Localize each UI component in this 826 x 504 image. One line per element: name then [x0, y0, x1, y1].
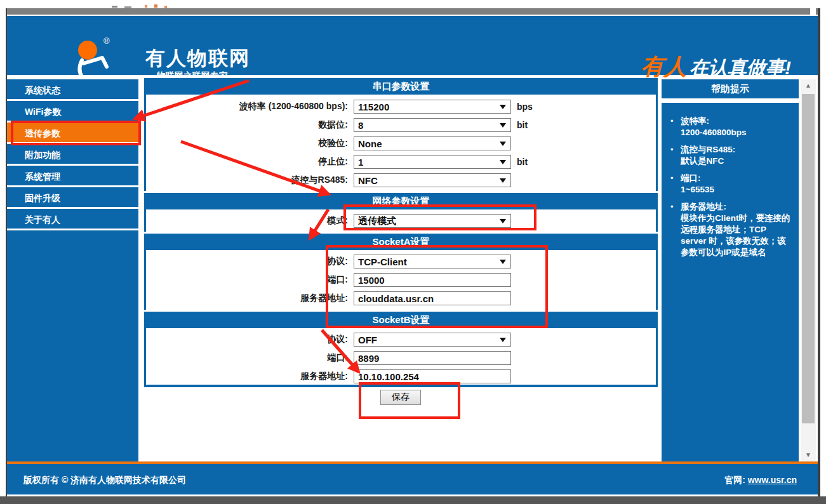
form-row-databits: 数据位: 8 bit	[146, 118, 656, 132]
sidebar-item-firmware-upgrade[interactable]: 固件升级	[7, 187, 138, 209]
slogan-rest: 在认真做事!	[689, 57, 791, 78]
browser-artifact	[112, 6, 117, 8]
help-heading: 波特率:	[681, 116, 792, 127]
parity-label: 校验位:	[146, 138, 348, 149]
socketa-server-label: 服务器地址:	[146, 293, 348, 304]
sidebar-item-system-management[interactable]: 系统管理	[7, 166, 138, 187]
section-network: 模式: 透传模式	[144, 209, 658, 232]
help-panel: • 波特率: 1200-460800bps • 流控与RS485: 默认是NFC…	[662, 103, 799, 461]
sidebar-nav: 系统状态 WiFi参数 透传参数 附加功能 系统管理 固件升级 关于有人	[7, 77, 138, 461]
dropdown-arrow-icon	[500, 160, 506, 164]
site-link[interactable]: www.usr.cn	[748, 475, 797, 485]
socketa-protocol-label: 协议:	[146, 256, 348, 267]
browser-artifact	[154, 4, 157, 8]
databits-select[interactable]: 8	[354, 118, 511, 132]
slogan-highlight: 有人	[641, 53, 687, 79]
form-row-socketb-port: 端口:	[146, 351, 656, 365]
help-body-text: 默认是NFC	[681, 156, 792, 167]
baud-select[interactable]: 115200	[354, 100, 511, 114]
scrollbar-thumb[interactable]	[802, 94, 815, 423]
baud-unit: bps	[517, 102, 533, 112]
section-socket-a: 协议: TCP-Client 端口: 服务器地址:	[144, 250, 658, 310]
sidebar-item-about[interactable]: 关于有人	[7, 209, 138, 230]
help-item-flow: • 流控与RS485: 默认是NFC	[670, 144, 792, 167]
stopbits-unit: bit	[517, 157, 528, 167]
flowcontrol-select[interactable]: NFC	[354, 173, 511, 187]
sidebar-item-wifi-params[interactable]: WiFi参数	[7, 101, 138, 123]
section-title-socket-b: SocketB设置	[144, 312, 658, 328]
flowcontrol-label: 流控与RS485:	[146, 175, 348, 186]
help-heading: 端口:	[681, 173, 792, 184]
sidebar-item-transparent-params[interactable]: 透传参数	[7, 123, 138, 144]
page-footer: 版权所有 © 济南有人物联网技术有限公司 官网: www.usr.cn	[7, 464, 818, 494]
parity-select[interactable]: None	[354, 136, 511, 150]
help-body-text: 1200-460800bps	[681, 127, 792, 138]
dropdown-arrow-icon	[500, 142, 506, 146]
bullet-icon: •	[670, 116, 681, 138]
form-row-baud: 波特率 (1200-460800 bps): 115200 bps	[146, 100, 656, 114]
stopbits-label: 停止位:	[146, 156, 348, 168]
copyright-text: 版权所有 © 济南有人物联网技术有限公司	[23, 475, 186, 486]
form-row-socketb-server: 服务器地址:	[146, 369, 656, 383]
mode-label: 模式:	[146, 215, 348, 227]
help-panel-title: 帮助提示	[662, 79, 799, 98]
help-item-baud: • 波特率: 1200-460800bps	[670, 116, 792, 138]
save-button[interactable]: 保存	[380, 390, 421, 405]
form-row-socketa-protocol: 协议: TCP-Client	[146, 255, 656, 269]
browser-artifact	[145, 5, 147, 8]
sidebar-item-extra-functions[interactable]: 附加功能	[7, 144, 138, 166]
socketb-server-input[interactable]	[354, 369, 511, 383]
official-site: 官网: www.usr.cn	[724, 475, 797, 486]
dropdown-arrow-icon	[500, 338, 506, 342]
browser-artifact	[124, 6, 131, 8]
help-body-text: 1~65535	[681, 184, 792, 196]
section-title-socket-a: SocketA设置	[144, 234, 658, 250]
window-top-bar-notch	[810, 8, 816, 15]
browser-artifact	[164, 6, 167, 8]
socketa-protocol-select[interactable]: TCP-Client	[354, 255, 511, 269]
form-row-parity: 校验位: None	[146, 136, 656, 150]
help-item-port: • 端口: 1~65535	[670, 173, 792, 196]
table-bottom-border	[144, 385, 658, 387]
bullet-icon: •	[670, 173, 681, 196]
section-title-network: 网络参数设置	[144, 193, 658, 209]
brand-title: 有人物联网	[145, 45, 250, 72]
socketa-port-input[interactable]	[354, 273, 511, 287]
socketb-port-input[interactable]	[354, 351, 511, 365]
help-heading: 服务器地址:	[681, 201, 792, 213]
scrollbar-down-icon[interactable]: ▼	[801, 449, 816, 461]
scrollbar[interactable]: ▲ ▼	[801, 79, 816, 461]
databits-unit: bit	[517, 120, 528, 130]
socketb-protocol-select[interactable]: OFF	[354, 333, 511, 347]
bullet-icon: •	[670, 201, 681, 258]
window-bottom-bar	[0, 496, 826, 504]
section-title-serial: 串口参数设置	[144, 78, 658, 95]
section-socket-b: 协议: OFF 端口: 服务器地址:	[144, 328, 658, 385]
form-row-socketa-server: 服务器地址:	[146, 291, 656, 305]
socketa-server-input[interactable]	[354, 291, 511, 305]
page-right-border	[818, 8, 820, 496]
socketb-port-label: 端口:	[146, 352, 348, 364]
browser-window: ® 有人物联网 -物联网之联网专家- 有人 在认真做事! 系统状态 WiFi参数…	[0, 0, 826, 504]
scrollbar-up-icon[interactable]: ▲	[801, 79, 816, 92]
settings-form: 串口参数设置 波特率 (1200-460800 bps): 115200 bps…	[144, 78, 658, 387]
window-top-bar	[7, 8, 818, 15]
stopbits-select[interactable]: 1	[354, 155, 511, 169]
dropdown-arrow-icon	[500, 105, 506, 109]
dropdown-arrow-icon	[500, 123, 506, 128]
form-row-flowcontrol: 流控与RS485: NFC	[146, 173, 656, 187]
socketa-port-label: 端口:	[146, 274, 348, 286]
dropdown-arrow-icon	[500, 260, 506, 264]
sidebar-item-system-status[interactable]: 系统状态	[7, 79, 138, 101]
site-label: 官网:	[724, 475, 745, 485]
dropdown-arrow-icon	[500, 178, 506, 183]
form-row-mode: 模式: 透传模式	[146, 214, 656, 228]
help-heading: 流控与RS485:	[681, 144, 792, 156]
dropdown-arrow-icon	[500, 219, 506, 223]
socketb-protocol-label: 协议:	[146, 334, 348, 345]
form-row-stopbits: 停止位: 1 bit	[146, 155, 656, 169]
baud-label: 波特率 (1200-460800 bps):	[146, 101, 348, 112]
help-item-server: • 服务器地址: 模块作为Client时，要连接的远程服务器地址；TCP ser…	[670, 201, 792, 258]
section-serial: 波特率 (1200-460800 bps): 115200 bps 数据位: 8…	[144, 95, 658, 191]
mode-select[interactable]: 透传模式	[354, 214, 511, 228]
